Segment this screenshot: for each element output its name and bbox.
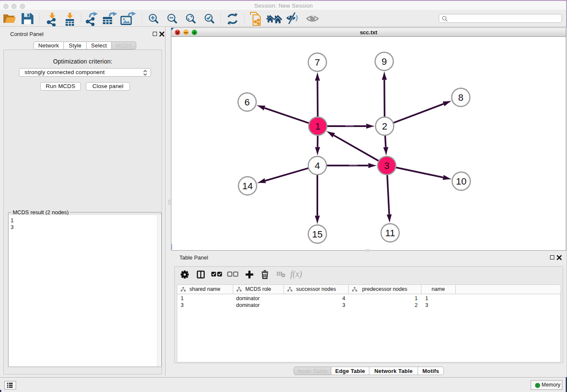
- svg-text:6: 6: [245, 97, 250, 108]
- svg-text:2: 2: [382, 121, 388, 132]
- svg-text:9: 9: [382, 56, 387, 67]
- svg-text:7: 7: [315, 57, 320, 68]
- svg-text:15: 15: [312, 229, 322, 240]
- svg-text:1: 1: [315, 121, 321, 132]
- svg-text:8: 8: [458, 92, 464, 103]
- svg-text:4: 4: [315, 160, 320, 171]
- svg-text:3: 3: [384, 160, 390, 171]
- svg-text:11: 11: [385, 228, 395, 238]
- svg-text:14: 14: [242, 181, 253, 191]
- svg-text:10: 10: [456, 176, 466, 187]
